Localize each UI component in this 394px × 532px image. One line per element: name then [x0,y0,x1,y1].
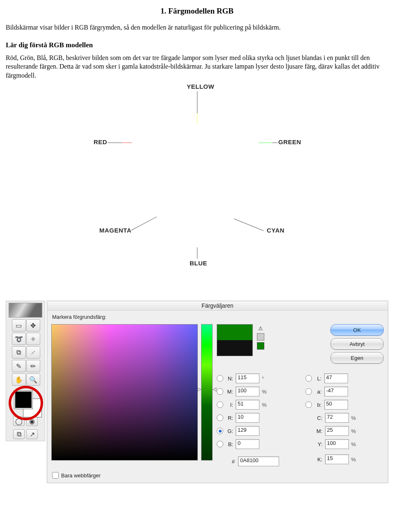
label-cyan: CYAN [267,227,284,234]
radio-n[interactable] [217,375,223,382]
hand-tool-icon[interactable]: ✋ [12,373,26,386]
input-y[interactable]: 100 [325,439,349,449]
radio-m[interactable] [217,388,223,395]
line [234,219,264,231]
label-blue: BLUE [190,260,207,267]
color-picker-dialog: Färgväljaren Markera förgrundsfärg: ▷ ◁ [47,301,388,483]
body-text: Röd, Grön, Blå, RGB, beskriver bilden so… [6,53,388,80]
page-title: 1. Färgmodellen RGB [6,7,388,16]
hue-arrow-right-icon: ◁ [213,386,216,392]
new-color-swatch [217,325,252,340]
radio-b[interactable] [217,441,223,447]
screen-mode-icon[interactable]: ⧉ [13,429,25,439]
label-y: Y: [315,441,323,447]
label-mp: M: [315,428,323,434]
unit-k: % [351,456,358,463]
input-r[interactable]: 10 [236,413,259,423]
label-l: L: [314,375,322,382]
webonly-label: Bara webbfärger [61,472,101,479]
ok-button[interactable]: OK [330,324,384,336]
lasso-tool-icon[interactable]: ➰ [12,333,26,345]
unit-n: ° [262,375,268,382]
dialog-title: Färgväljaren [47,301,388,311]
marquee-tool-icon[interactable]: ▭ [12,319,26,332]
color-compare-swatch[interactable] [217,324,253,356]
label-m: M: [226,389,233,395]
input-i[interactable]: 51 [236,400,259,410]
input-g[interactable]: 129 [236,426,259,436]
custom-button[interactable]: Egen [330,352,384,364]
highlight-ring-icon [9,386,43,420]
nearest-color-swatch[interactable] [257,342,264,350]
fg-bg-swatch[interactable] [11,388,40,413]
input-mp[interactable]: 25 [325,426,349,436]
input-b[interactable]: 0 [236,439,259,449]
intro-text: Bildskärmar visar bilder i RGB färgrymde… [6,23,388,32]
toolbox-preview [9,303,42,318]
webonly-checkbox[interactable] [52,472,59,479]
line [131,217,157,231]
cancel-button[interactable]: Avbryt [330,338,384,350]
radio-a[interactable] [305,388,312,395]
label-k: K: [315,456,323,463]
unit-i: % [262,402,268,408]
line [197,247,197,259]
input-l[interactable]: 47 [324,373,348,383]
circle-blue [150,153,244,247]
saturation-value-box[interactable] [51,324,198,461]
label-r: R: [226,415,233,421]
input-a[interactable]: -47 [324,387,348,396]
radio-l[interactable] [305,375,312,382]
label-red: RED [94,138,107,145]
label-green: GREEN [278,138,301,145]
pencil-tool-icon[interactable]: ✏ [26,360,40,372]
unit-m: % [262,389,268,395]
brush-tool-icon[interactable]: ✎ [12,360,26,372]
input-n[interactable]: 115 [236,373,259,383]
radio-i[interactable] [217,401,223,408]
hue-slider[interactable]: ▷ ◁ [201,324,213,461]
label-magenta: MAGENTA [99,227,131,234]
unit-mp: % [351,428,358,434]
label-g: G: [226,428,233,434]
radio-r[interactable] [217,415,223,421]
dialog-prompt: Markera förgrundsfärg: [47,311,388,320]
gamut-warning-icon[interactable]: ⚠ [257,325,264,332]
input-b-lab[interactable]: 50 [324,400,348,410]
wand-tool-icon[interactable]: ✧ [26,333,40,345]
label-n: N: [226,375,233,382]
unit-y: % [351,441,358,447]
input-m[interactable]: 100 [236,387,259,396]
label-c: C: [315,415,323,421]
hue-arrow-left-icon: ▷ [197,386,201,392]
move-tool-icon[interactable]: ✥ [26,319,40,332]
input-c[interactable]: 72 [325,413,349,423]
websafe-warning-icon[interactable] [257,333,264,341]
label-i: I: [226,402,233,408]
toolbox: ▭ ✥ ➰ ✧ ⧉ ⟋ ✎ ✏ ✋ 🔍 ◯ ◉ ⧉ ↗ [6,301,45,441]
radio-g[interactable] [217,428,223,434]
label-a: a: [314,389,322,395]
label-yellow: YELLOW [187,83,214,90]
label-hex: # [227,458,235,465]
jump-to-icon[interactable]: ↗ [26,429,38,439]
input-k[interactable]: 15 [325,454,349,464]
section-heading: Lär dig förstå RGB modellen [6,41,388,49]
label-b-lab: b: [314,402,322,408]
input-hex[interactable]: 0A8100 [238,456,279,466]
radio-b-lab[interactable] [305,401,312,408]
label-b: B: [226,441,233,447]
slice-tool-icon[interactable]: ⟋ [26,346,40,359]
zoom-tool-icon[interactable]: 🔍 [26,373,40,386]
old-color-swatch [217,340,252,356]
rgb-additive-diagram: YELLOW RED GREEN MAGENTA CYAN BLUE [82,83,312,280]
unit-c: % [351,415,358,421]
crop-tool-icon[interactable]: ⧉ [12,346,26,359]
